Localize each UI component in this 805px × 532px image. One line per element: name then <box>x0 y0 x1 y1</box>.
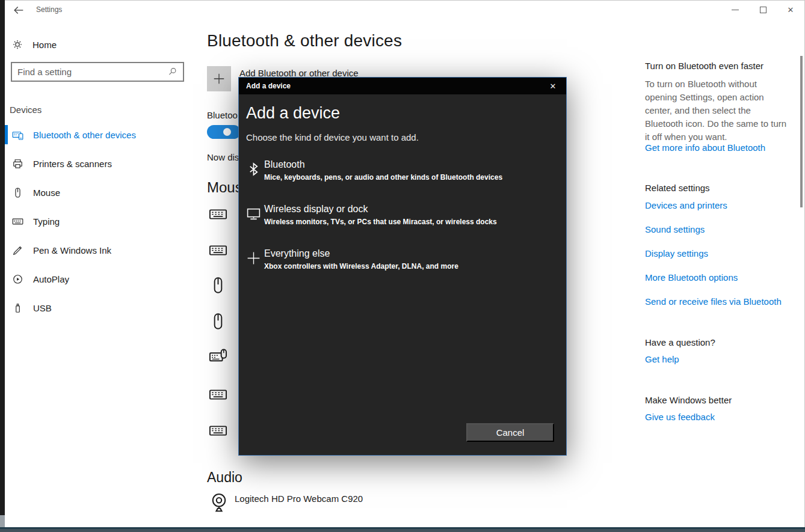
option-wireless-display[interactable]: Wireless display or dock Wireless monito… <box>239 204 566 241</box>
keyboard-icon <box>209 205 227 224</box>
maximize-button[interactable] <box>749 0 777 19</box>
add-device-button[interactable] <box>207 66 231 91</box>
option-title: Wireless display or dock <box>264 204 368 215</box>
sidebar-item-label: Printers & scanners <box>33 159 112 169</box>
bluetooth-toggle-label: Bluetoo <box>207 110 238 120</box>
link-display-settings[interactable]: Display settings <box>645 248 708 258</box>
sidebar-item-pen[interactable]: Pen & Windows Ink <box>5 236 203 264</box>
mouse-icon <box>209 276 227 295</box>
autoplay-icon <box>12 274 23 285</box>
sidebar-item-label: USB <box>33 303 52 313</box>
keyboard-icon <box>12 216 23 227</box>
option-description: Xbox controllers with Wireless Adapter, … <box>264 262 458 271</box>
app-title: Settings <box>36 5 62 14</box>
cancel-button[interactable]: Cancel <box>466 423 554 442</box>
discoverable-status: Now dis <box>207 152 239 162</box>
plus-icon <box>212 72 226 85</box>
dialog-heading: Add a device <box>246 104 340 123</box>
link-send-receive-files[interactable]: Send or receive files via Bluetooth <box>645 296 782 307</box>
option-bluetooth[interactable]: Bluetooth Mice, keyboards, pens, or audi… <box>239 159 566 197</box>
add-device-dialog: Add a device ✕ Add a device Choose the k… <box>238 77 567 456</box>
sidebar-item-typing[interactable]: Typing <box>5 207 203 236</box>
link-get-more-info[interactable]: Get more info about Bluetooth <box>645 142 765 153</box>
mouse-icon <box>12 187 23 198</box>
option-everything-else[interactable]: Everything else Xbox controllers with Wi… <box>239 248 566 286</box>
dialog-subtitle: Choose the kind of device you want to ad… <box>246 132 419 142</box>
feedback-heading: Make Windows better <box>645 395 732 405</box>
background-window-edge <box>0 0 5 532</box>
minimize-button[interactable] <box>721 0 749 19</box>
bluetooth-devices-icon <box>12 129 23 141</box>
monitor-icon <box>246 206 261 221</box>
webcam-icon <box>208 491 230 515</box>
link-more-bluetooth-options[interactable]: More Bluetooth options <box>645 272 738 283</box>
dialog-close-button[interactable]: ✕ <box>540 78 566 94</box>
sidebar-item-printers[interactable]: Printers & scanners <box>5 149 203 178</box>
tip-heading: Turn on Bluetooth even faster <box>645 61 763 71</box>
link-devices-and-printers[interactable]: Devices and printers <box>645 200 727 210</box>
usb-icon <box>12 302 23 314</box>
dialog-title: Add a device <box>246 82 291 90</box>
search-input[interactable] <box>12 67 167 77</box>
audio-section-heading: Audio <box>207 469 242 486</box>
keyboard-mouse-icon <box>209 347 227 365</box>
sidebar-item-label: AutoPlay <box>33 274 69 284</box>
bluetooth-toggle[interactable] <box>207 125 241 139</box>
keyboard-icon <box>209 421 227 440</box>
search-icon[interactable] <box>167 67 178 78</box>
settings-window: Settings ✕ Home Devices <box>0 0 805 532</box>
mouse-icon <box>209 312 227 331</box>
selected-indicator <box>5 125 8 144</box>
related-settings-heading: Related settings <box>645 183 710 193</box>
back-button[interactable] <box>12 4 26 18</box>
plus-icon <box>246 251 261 266</box>
maximize-icon <box>760 7 766 13</box>
sidebar-nav: Bluetooth & other devices Printers & sca… <box>5 120 203 322</box>
window-close-button[interactable]: ✕ <box>777 0 804 19</box>
pen-icon <box>12 245 23 256</box>
background-window-edge-light <box>0 515 5 528</box>
sidebar-item-bluetooth[interactable]: Bluetooth & other devices <box>5 120 203 149</box>
sidebar-item-autoplay[interactable]: AutoPlay <box>5 264 203 293</box>
question-heading: Have a question? <box>645 337 715 347</box>
sidebar-item-label: Pen & Windows Ink <box>33 245 111 255</box>
minimize-icon <box>732 10 739 10</box>
scrollbar[interactable] <box>800 56 803 207</box>
option-title: Bluetooth <box>264 159 305 170</box>
sidebar-item-home[interactable]: Home <box>5 34 203 55</box>
keyboard-icon <box>209 241 227 260</box>
tip-body: To turn on Bluetooth without opening Set… <box>645 78 791 144</box>
option-description: Mice, keyboards, pens, or audio and othe… <box>264 173 502 182</box>
audio-device-name[interactable]: Logitech HD Pro Webcam C920 <box>235 494 363 504</box>
printer-icon <box>12 158 23 170</box>
sidebar-item-usb[interactable]: USB <box>5 293 203 322</box>
link-give-feedback[interactable]: Give us feedback <box>645 412 715 422</box>
option-title: Everything else <box>264 248 330 259</box>
bluetooth-icon <box>246 162 261 177</box>
page-title: Bluetooth & other devices <box>207 31 402 50</box>
mouse-keyboard-section-heading: Mous <box>207 179 242 196</box>
option-description: Wireless monitors, TVs, or PCs that use … <box>264 218 497 226</box>
gear-icon <box>12 39 23 50</box>
sidebar-item-label: Bluetooth & other devices <box>33 130 136 140</box>
search-box[interactable] <box>11 62 184 82</box>
sidebar-item-mouse[interactable]: Mouse <box>5 178 203 207</box>
sidebar-section-devices: Devices <box>10 105 42 115</box>
sidebar-home-label: Home <box>32 40 57 50</box>
taskbar-edge <box>0 527 805 532</box>
keyboard-icon <box>209 385 227 404</box>
dialog-titlebar[interactable]: Add a device ✕ <box>239 78 566 94</box>
sidebar-item-label: Mouse <box>33 188 60 198</box>
link-sound-settings[interactable]: Sound settings <box>645 224 705 234</box>
link-get-help[interactable]: Get help <box>645 354 679 364</box>
toggle-knob <box>223 128 231 136</box>
sidebar-item-label: Typing <box>33 216 60 227</box>
